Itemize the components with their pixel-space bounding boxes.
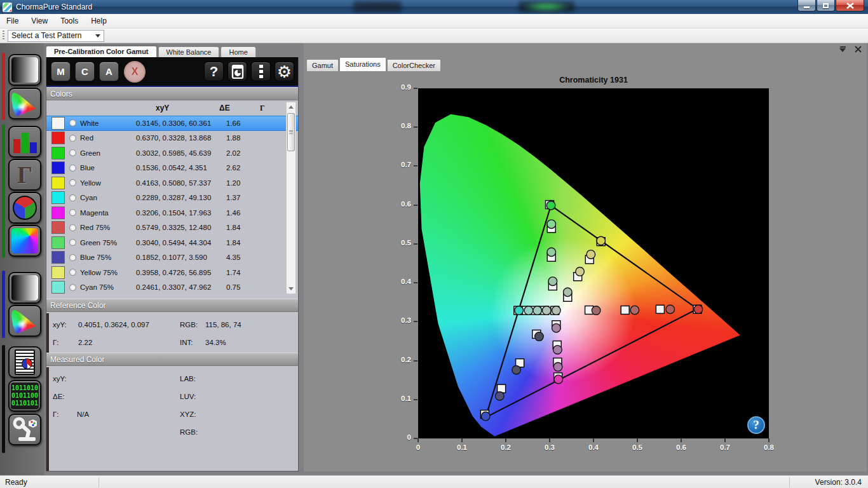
test-pattern-select[interactable]: Select a Test Pattern (8, 30, 104, 42)
sidebar-button-grayscale-2[interactable] (8, 272, 41, 304)
cancel-measure-button[interactable]: X (124, 61, 146, 83)
row-radio[interactable] (69, 165, 76, 172)
row-radio[interactable] (69, 269, 76, 276)
minimize-button[interactable] (797, 0, 816, 11)
sidebar-button-cie-gamut-2[interactable] (8, 305, 41, 337)
color-swirl-icon (11, 228, 38, 254)
table-row-blue[interactable]: Blue0.1536, 0.0542, 4.3512.62 (46, 161, 298, 176)
menu-help[interactable]: Help (85, 15, 113, 27)
table-row-red[interactable]: Red0.6370, 0.3328, 13.8681.88 (46, 131, 298, 146)
tab-home[interactable]: Home (220, 46, 255, 57)
sidebar-button-color-swirl[interactable] (8, 225, 41, 257)
table-row-red-75-[interactable]: Red 75%0.5749, 0.3325, 12.4801.84 (46, 220, 298, 236)
row-radio[interactable] (69, 194, 76, 201)
sidebar-button-binary-data[interactable]: 101101001011000110101 (8, 380, 41, 412)
table-row-white[interactable]: White0.3145, 0.3306, 60.3611.66 (46, 116, 298, 131)
field-label: RGB: (180, 321, 205, 329)
reference-field: RGB:115, 86, 74 (180, 321, 241, 329)
settings-button[interactable]: ⚙ (275, 62, 294, 81)
help-icon: ? (210, 64, 218, 80)
a-measure-button[interactable]: A (99, 62, 119, 81)
sidebar-button-rgb-levels[interactable] (8, 126, 41, 158)
color-name: Yellow (80, 179, 136, 187)
tab-colorchecker[interactable]: ColorChecker (387, 59, 441, 71)
toolbar-grip[interactable] (3, 30, 4, 41)
color-dE-value: 1.46 (226, 209, 259, 217)
row-radio[interactable] (69, 179, 76, 186)
measured-point (535, 332, 544, 341)
x-tick-mark (593, 438, 594, 442)
row-radio[interactable] (69, 254, 76, 261)
help-button-toolbar[interactable]: ? (204, 62, 224, 81)
m-measure-button[interactable]: M (51, 62, 71, 81)
colors-scrollbar[interactable] (286, 102, 296, 294)
y-tick-mark (414, 399, 417, 400)
row-radio[interactable] (69, 119, 76, 126)
row-radio[interactable] (69, 239, 76, 246)
menu-tools[interactable]: Tools (54, 15, 85, 27)
x-tick-mark (681, 438, 682, 442)
dock-close-icon[interactable] (855, 46, 862, 53)
meter-settings-button[interactable] (227, 62, 247, 81)
sidebar-button-cie-gamut[interactable] (8, 88, 41, 119)
color-xyY-value: 0.2289, 0.3287, 49.130 (136, 194, 226, 201)
tab-saturations[interactable]: Saturations (339, 57, 386, 71)
table-row-yellow-75-[interactable]: Yellow 75%0.3958, 0.4726, 56.8951.74 (46, 265, 298, 280)
pin-menu-icon[interactable] (839, 46, 846, 52)
row-radio[interactable] (69, 224, 76, 231)
version-text: Version: 3.0.4 (815, 478, 862, 487)
sidebar-button-meter[interactable] (8, 414, 41, 445)
row-radio[interactable] (69, 284, 76, 291)
tab-pre-calibration-color-gamut[interactable]: Pre-Calibration Color Gamut (46, 46, 157, 57)
tab-gamut[interactable]: Gamut (306, 59, 339, 71)
field-value: 34.3% (205, 339, 226, 346)
chart-help-button[interactable]: ? (747, 416, 765, 434)
color-dE-value: 4.35 (226, 254, 259, 261)
x-tick-label: 0.5 (632, 444, 642, 451)
measured-point (547, 248, 556, 257)
table-row-blue-75-[interactable]: Blue 75%0.1852, 0.1077, 3.5904.35 (46, 250, 298, 266)
scroll-down-arrow[interactable] (287, 284, 295, 294)
table-row-cyan-75-[interactable]: Cyan 75%0.2461, 0.3307, 47.9620.75 (46, 280, 298, 295)
options-button[interactable] (251, 62, 271, 81)
sidebar-button-grayscale[interactable] (8, 54, 41, 86)
scroll-up-arrow[interactable] (287, 102, 295, 112)
row-radio[interactable] (69, 149, 76, 156)
sidebar-button-gamma[interactable]: Γ (8, 159, 41, 191)
close-button[interactable] (836, 0, 864, 11)
tab-white-balance[interactable]: White Balance (158, 46, 220, 57)
measured-point (592, 306, 600, 315)
measured-point (666, 305, 675, 314)
y-tick-label: 0.7 (388, 161, 411, 168)
cie-gamut-icon (11, 91, 38, 116)
field-label: INT: (180, 339, 205, 346)
color-dE-value: 0.75 (226, 283, 259, 291)
measured-point (515, 306, 524, 315)
row-radio[interactable] (69, 135, 76, 142)
table-row-cyan[interactable]: Cyan0.2289, 0.3287, 49.1301.37 (46, 191, 298, 206)
table-row-green[interactable]: Green0.3032, 0.5985, 45.6392.02 (46, 146, 298, 161)
y-tick-label: 0.2 (388, 356, 411, 363)
table-row-magenta[interactable]: Magenta0.3206, 0.1504, 17.9631.46 (46, 205, 298, 220)
color-name: Red 75% (80, 224, 136, 231)
sidebar-group-bar-green (2, 125, 5, 258)
menu-file[interactable]: File (0, 15, 25, 27)
titlebar[interactable]: ChormaPure Standard (0, 0, 868, 14)
maximize-button[interactable] (817, 0, 835, 11)
menu-view[interactable]: View (25, 15, 54, 27)
color-xyY-value: 0.1536, 0.0542, 4.351 (136, 164, 226, 172)
colors-table: White0.3145, 0.3306, 60.3611.66Red0.6370… (46, 116, 298, 295)
c-measure-button[interactable]: C (75, 62, 95, 81)
panel-edge (46, 313, 49, 353)
sidebar-button-color-decoder[interactable] (8, 192, 41, 224)
color-dE-value: 1.20 (226, 179, 259, 187)
scrollbar-thumb[interactable] (287, 113, 295, 151)
color-xyY-value: 0.2461, 0.3307, 47.962 (136, 283, 226, 291)
measured-point (524, 306, 533, 315)
row-radio[interactable] (69, 209, 76, 216)
table-row-green-75-[interactable]: Green 75%0.3040, 0.5494, 44.3041.84 (46, 235, 298, 250)
table-row-yellow[interactable]: Yellow0.4163, 0.5080, 57.3371.20 (46, 175, 298, 191)
sidebar-button-report[interactable] (8, 346, 41, 378)
color-swatch (51, 236, 65, 249)
x-tick-label: 0.6 (676, 444, 686, 451)
